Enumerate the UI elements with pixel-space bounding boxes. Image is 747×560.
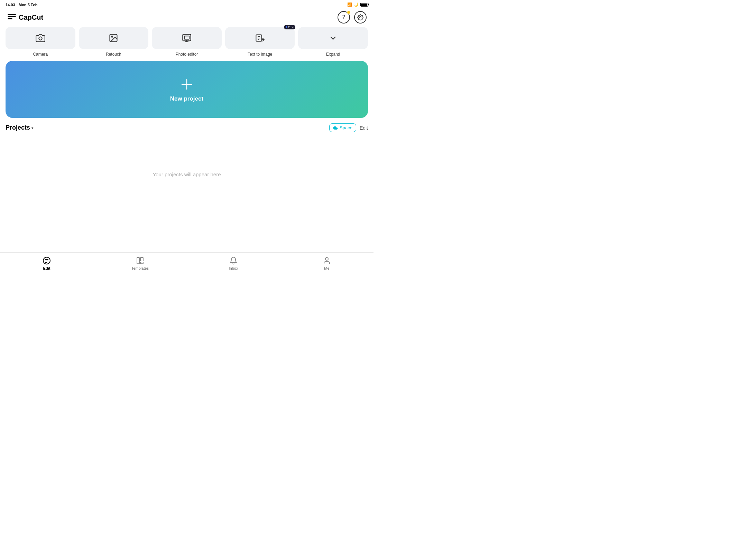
status-date: Mon 5 Feb (19, 3, 37, 7)
chevron-down-icon (328, 33, 338, 43)
photo-editor-button[interactable] (152, 27, 222, 49)
tool-camera: Camera (6, 27, 75, 57)
gear-icon (357, 14, 363, 20)
status-time-date: 14.03 Mon 5 Feb (6, 1, 37, 8)
app-name: CapCut (19, 13, 43, 21)
app-logo: CapCut (7, 11, 43, 23)
tool-retouch: Retouch (79, 27, 149, 57)
text-to-image-button[interactable]: Free (225, 27, 295, 49)
app-header: CapCut ? (0, 8, 374, 27)
capcut-logo-icon (7, 11, 17, 23)
tools-row: Camera Retouch Photo editor Free (0, 27, 374, 57)
tool-expand: Expand (298, 27, 368, 57)
notification-dot (347, 11, 350, 14)
status-time: 14.03 (6, 3, 15, 7)
inbox-nav-icon (229, 256, 238, 265)
svg-rect-16 (140, 258, 143, 261)
photo-editor-icon (182, 33, 192, 43)
wifi-icon: 📶 (347, 2, 352, 7)
moon-icon: 🌙 (354, 2, 359, 7)
svg-rect-8 (184, 36, 189, 39)
svg-point-4 (39, 37, 42, 40)
tool-text-to-image: Free Text to image (225, 27, 295, 57)
svg-rect-7 (183, 35, 191, 41)
camera-label: Camera (33, 52, 48, 57)
templates-nav-label: Templates (131, 266, 149, 270)
edit-nav-icon (42, 256, 51, 265)
text-to-image-icon (255, 33, 265, 43)
projects-title-row: Projects ▾ (6, 124, 34, 131)
camera-icon (36, 33, 45, 43)
battery-icon (360, 3, 368, 7)
nav-item-templates[interactable]: Templates (93, 256, 187, 270)
me-nav-icon (322, 256, 331, 265)
nav-item-inbox[interactable]: Inbox (187, 256, 280, 270)
edit-nav-label: Edit (43, 266, 50, 270)
expand-button[interactable] (298, 27, 368, 49)
svg-rect-1 (8, 16, 16, 17)
new-project-button[interactable]: New project (6, 61, 368, 118)
bottom-navigation: Edit Templates Inbox Me (0, 252, 374, 280)
free-badge: Free (284, 25, 295, 29)
plus-icon (179, 77, 194, 92)
svg-rect-0 (8, 14, 16, 15)
svg-rect-17 (140, 262, 143, 264)
svg-point-18 (325, 258, 328, 260)
settings-button[interactable] (354, 11, 367, 24)
cloud-icon (333, 125, 338, 130)
help-button[interactable]: ? (338, 11, 350, 24)
camera-button[interactable] (6, 27, 75, 49)
retouch-icon (109, 33, 118, 43)
space-label: Space (340, 125, 352, 130)
projects-dropdown-arrow[interactable]: ▾ (31, 126, 34, 130)
status-bar: 14.03 Mon 5 Feb 📶 🌙 (0, 0, 374, 8)
nav-item-edit[interactable]: Edit (0, 256, 93, 270)
svg-rect-2 (8, 18, 12, 19)
empty-projects-area: Your projects will appear here (0, 136, 374, 212)
projects-title: Projects (6, 124, 30, 131)
retouch-button[interactable] (79, 27, 149, 49)
space-button[interactable]: Space (329, 123, 356, 132)
new-project-label: New project (170, 95, 203, 102)
tool-photo-editor: Photo editor (152, 27, 222, 57)
header-actions: ? (338, 11, 367, 24)
projects-actions: Space Edit (329, 123, 368, 132)
svg-point-6 (112, 36, 113, 37)
nav-item-me[interactable]: Me (280, 256, 374, 270)
projects-header: Projects ▾ Space Edit (0, 123, 374, 132)
retouch-label: Retouch (106, 52, 121, 57)
edit-button[interactable]: Edit (360, 125, 368, 131)
me-nav-label: Me (324, 266, 329, 270)
empty-projects-message: Your projects will appear here (153, 171, 221, 177)
svg-point-3 (360, 17, 361, 18)
templates-nav-icon (136, 256, 145, 265)
text-to-image-label: Text to image (248, 52, 272, 57)
status-right-icons: 📶 🌙 (347, 2, 368, 7)
svg-rect-15 (137, 258, 139, 264)
expand-label: Expand (326, 52, 340, 57)
inbox-nav-label: Inbox (229, 266, 238, 270)
photo-editor-label: Photo editor (176, 52, 198, 57)
